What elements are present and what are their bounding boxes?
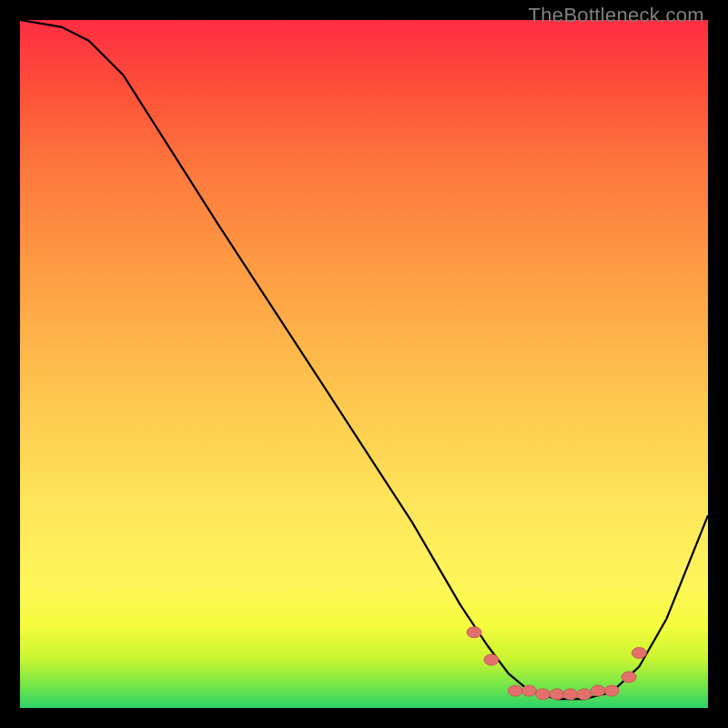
data-point [467, 627, 481, 638]
data-point [622, 672, 636, 682]
data-point [577, 689, 592, 700]
data-point [484, 654, 499, 665]
data-point [536, 689, 551, 700]
data-point [550, 689, 564, 700]
data-point [632, 648, 646, 659]
data-point [604, 685, 619, 696]
data-points-layer [20, 20, 708, 708]
data-point [508, 685, 522, 696]
data-point [591, 685, 605, 696]
watermark-text: TheBottleneck.com [529, 4, 704, 27]
data-point [563, 689, 578, 700]
data-point [521, 685, 536, 696]
